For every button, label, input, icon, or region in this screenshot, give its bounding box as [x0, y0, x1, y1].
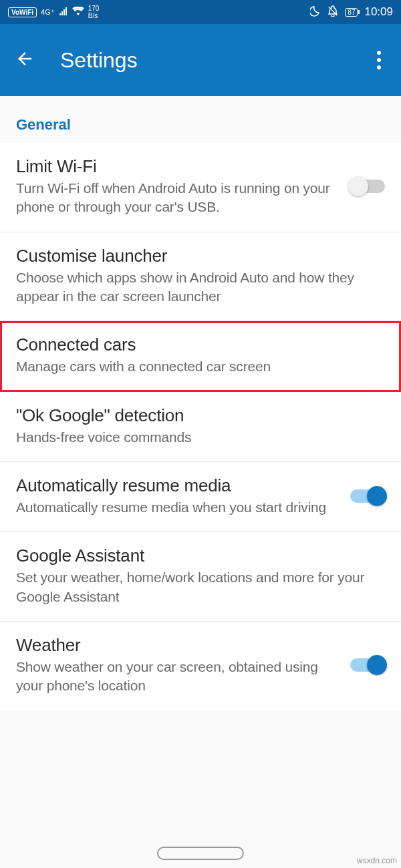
item-title: Weather: [16, 635, 341, 656]
moon-icon: [310, 6, 321, 19]
item-desc: Turn Wi-Fi off when Android Auto is runn…: [16, 179, 341, 217]
vowifi-indicator: VoWiFi: [8, 7, 37, 17]
item-google-assistant[interactable]: Google Assistant Set your weather, home/…: [0, 532, 401, 622]
data-rate: 170 B/s: [88, 5, 100, 19]
item-desc: Choose which apps show in Android Auto a…: [16, 268, 376, 306]
watermark: wsxdn.com: [357, 856, 397, 865]
item-desc: Show weather on your car screen, obtaine…: [16, 658, 341, 696]
item-connected-cars[interactable]: Connected cars Manage cars with a connec…: [0, 321, 401, 391]
item-ok-google[interactable]: "Ok Google" detection Hands-free voice c…: [0, 392, 401, 462]
item-title: Customise launcher: [16, 246, 376, 266]
mute-icon: [327, 5, 338, 19]
battery-indicator: 87: [345, 8, 358, 17]
item-title: Automatically resume media: [16, 475, 341, 496]
item-desc: Manage cars with a connected car screen: [16, 357, 376, 376]
clock: 10:09: [364, 5, 393, 19]
more-icon[interactable]: [372, 45, 386, 75]
item-title: Google Assistant: [16, 546, 376, 566]
switch-limit-wifi[interactable]: [350, 180, 385, 193]
wifi-icon: [72, 7, 84, 17]
item-limit-wifi[interactable]: Limit Wi-Fi Turn Wi-Fi off when Android …: [0, 143, 401, 232]
switch-auto-resume-media[interactable]: [350, 489, 385, 503]
item-customise-launcher[interactable]: Customise launcher Choose which apps sho…: [0, 232, 401, 322]
nav-pill[interactable]: [157, 847, 244, 860]
item-desc: Automatically resume media when you star…: [16, 498, 341, 517]
item-auto-resume-media[interactable]: Automatically resume media Automatically…: [0, 462, 401, 532]
item-desc: Hands-free voice commands: [16, 428, 376, 447]
item-title: Connected cars: [16, 335, 376, 355]
section-header-general: General: [0, 96, 401, 143]
app-bar: Settings: [0, 24, 401, 96]
network-type: 4G⁺: [41, 8, 55, 17]
back-icon[interactable]: [15, 49, 35, 71]
item-desc: Set your weather, home/work locations an…: [16, 568, 376, 606]
item-title: "Ok Google" detection: [16, 405, 376, 426]
item-weather[interactable]: Weather Show weather on your car screen,…: [0, 622, 401, 710]
item-title: Limit Wi-Fi: [16, 156, 341, 177]
signal-icon: [59, 7, 68, 17]
switch-weather[interactable]: [350, 658, 385, 672]
page-title: Settings: [60, 48, 372, 73]
status-bar: VoWiFi 4G⁺ 170 B/s 87 10:09: [0, 0, 401, 24]
